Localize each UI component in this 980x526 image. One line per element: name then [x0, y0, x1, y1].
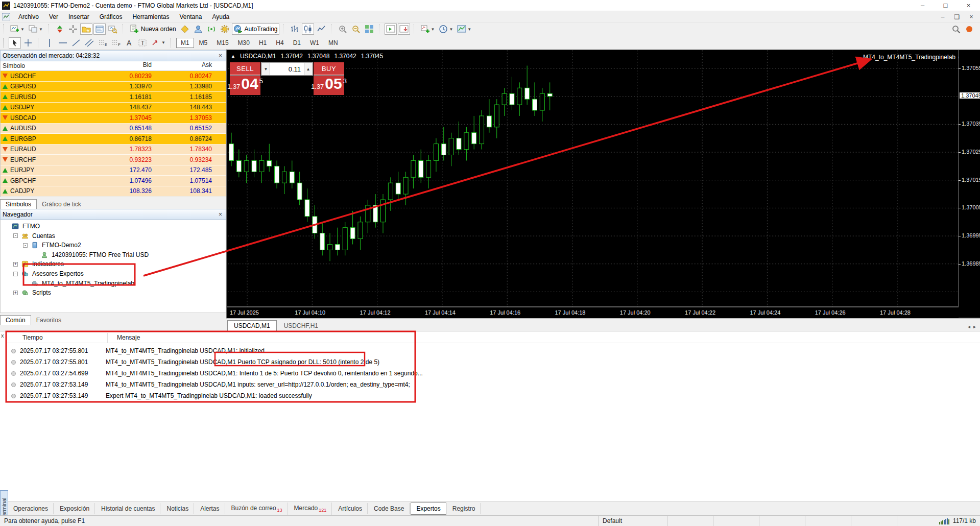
channel-tool-button[interactable]: [83, 37, 95, 49]
maximize-button[interactable]: □: [934, 0, 957, 11]
tree-item-ftmo[interactable]: FTMO: [4, 222, 40, 231]
market-watch-toggle-button[interactable]: [54, 23, 66, 35]
chart-tab-usdchf[interactable]: USDCHF,H1: [278, 321, 324, 331]
tab-comun[interactable]: Común: [0, 315, 31, 325]
candlestick-chart-button[interactable]: [302, 23, 314, 35]
market-watch-row-euraud[interactable]: EURAUD1.783231.78340: [1, 145, 226, 155]
timeframe-mn-button[interactable]: MN: [324, 38, 342, 48]
volume-increase-button[interactable]: ▲: [304, 63, 313, 75]
vertical-line-tool-button[interactable]: [43, 37, 56, 49]
market-watch-row-eurusd[interactable]: EURUSD1.161811.16185: [1, 92, 226, 103]
cursor-tool-button[interactable]: [9, 37, 21, 49]
auto-scroll-button[interactable]: [398, 23, 410, 35]
terminal-tab-expertos[interactable]: Expertos: [411, 503, 446, 515]
fibonacci-tool-button[interactable]: F: [110, 37, 122, 49]
periods-button[interactable]: ▼: [437, 23, 455, 35]
label-tool-button[interactable]: T: [136, 37, 149, 49]
mdi-close-button[interactable]: ×: [965, 11, 977, 22]
market-watch-row-gbpchf[interactable]: GBPCHF1.074961.07514: [1, 176, 226, 186]
terminal-tab-registro[interactable]: Registro: [447, 503, 481, 514]
zoom-out-button[interactable]: [350, 23, 362, 35]
tree-item-scripts[interactable]: +Scripts: [13, 288, 51, 297]
trendline-tool-button[interactable]: [70, 37, 82, 49]
terminal-tab-noticias[interactable]: Noticias: [161, 503, 194, 514]
tree-item-1420391055-ftmo-free-trial-usd[interactable]: 1420391055: FTMO Free Trial USD: [33, 250, 149, 259]
timeframe-d1-button[interactable]: D1: [289, 38, 305, 48]
mql5-button[interactable]: [179, 23, 191, 35]
market-watch-close-icon[interactable]: ×: [217, 52, 224, 59]
signals-button[interactable]: [205, 23, 218, 35]
indicators-list-button[interactable]: ▼: [419, 23, 437, 35]
close-button[interactable]: ×: [957, 0, 980, 11]
zoom-in-button[interactable]: [337, 23, 349, 35]
menu-insertar[interactable]: Insertar: [63, 12, 94, 21]
data-window-button[interactable]: [67, 23, 79, 35]
menu-ayuda[interactable]: Ayuda: [207, 12, 234, 21]
navigator-toggle-button[interactable]: [80, 23, 92, 35]
timeframe-m30-button[interactable]: M30: [234, 38, 254, 48]
tree-item-indicadores[interactable]: +fIndicadores: [13, 259, 64, 269]
market-watch-row-eurchf[interactable]: EURCHF0.932230.93234: [1, 155, 226, 165]
column-bid[interactable]: Bid: [93, 61, 155, 70]
market-watch-row-usdjpy[interactable]: USDJPY148.437148.443: [1, 103, 226, 113]
new-chart-button[interactable]: ▼: [9, 23, 26, 35]
timeframe-m15-button[interactable]: M15: [212, 38, 232, 48]
terminal-tab-historial-de-cuentas[interactable]: Historial de cuentas: [96, 503, 160, 514]
timeframe-h4-button[interactable]: H4: [272, 38, 288, 48]
terminal-close-icon[interactable]: x: [1, 332, 4, 339]
minimize-button[interactable]: –: [911, 0, 934, 11]
status-profile[interactable]: Default: [599, 516, 667, 526]
tree-item-asesores-expertos[interactable]: -Asesores Expertos: [13, 269, 84, 278]
buy-price-button[interactable]: 1.37053: [314, 76, 344, 95]
log-row[interactable]: 2025.07.17 03:27:53.149Expert MT4_to_MT4…: [7, 390, 980, 401]
terminal-tab-articulos[interactable]: Artículos: [333, 503, 368, 514]
timeframe-h1-button[interactable]: H1: [255, 38, 271, 48]
crosshair-tool-button[interactable]: [22, 37, 34, 49]
virtual-hosting-button[interactable]: [219, 23, 231, 35]
expand-icon[interactable]: +: [13, 291, 18, 295]
line-chart-button[interactable]: [315, 23, 327, 35]
menu-ventana[interactable]: Ventana: [174, 12, 207, 21]
tab-grafico-de-tick[interactable]: Gráfico de tick: [37, 200, 86, 209]
collapse-arrow-icon[interactable]: ▲: [231, 54, 235, 59]
terminal-toggle-button[interactable]: [93, 23, 106, 35]
horizontal-line-tool-button[interactable]: [57, 37, 69, 49]
timeframe-w1-button[interactable]: W1: [306, 38, 323, 48]
terminal-tab-alertas[interactable]: Alertas: [195, 503, 225, 514]
templates-button[interactable]: ▼: [456, 23, 473, 35]
tree-item-mt4-to-mt4mt5-tradingpinelab[interactable]: MT4_to_MT4MT5_Tradingpinelab: [23, 279, 134, 288]
terminal-tab-exposicion[interactable]: Exposición: [55, 503, 95, 514]
equidistant-channel-tool-button[interactable]: E: [97, 37, 109, 49]
log-row[interactable]: 2025.07.17 03:27:55.801MT4_to_MT4MT5_Tra…: [7, 356, 980, 368]
menu-archivo[interactable]: Archivo: [13, 12, 44, 21]
tile-windows-button[interactable]: [363, 23, 375, 35]
column-ask[interactable]: Ask: [155, 61, 214, 70]
chart-shift-button[interactable]: [385, 23, 397, 35]
market-watch-row-cadjpy[interactable]: CADJPY108.326108.341: [1, 186, 226, 197]
collapse-icon[interactable]: -: [23, 243, 28, 248]
market-watch-row-usdchf[interactable]: USDCHF0.802390.80247: [1, 71, 226, 82]
log-row[interactable]: 2025.07.17 03:27:53.149MT4_to_MT4MT5_Tra…: [7, 379, 980, 390]
community-button[interactable]: [192, 23, 204, 35]
market-watch-row-gbpusd[interactable]: GBPUSD1.339701.33980: [1, 82, 226, 92]
menu-graficos[interactable]: Gráficos: [94, 12, 128, 21]
terminal-tab-buzon-de-correo[interactable]: Buzón de correo13: [226, 503, 288, 515]
terminal-tab-operaciones[interactable]: Operaciones: [8, 503, 54, 514]
menu-ver[interactable]: Ver: [44, 12, 63, 21]
volume-input[interactable]: 0.11: [270, 63, 304, 75]
tab-favoritos[interactable]: Favoritos: [31, 316, 66, 325]
log-row[interactable]: 2025.07.17 03:27:55.801MT4_to_MT4MT5_Tra…: [7, 345, 980, 356]
terminal-tab-mercado[interactable]: Mercado121: [289, 503, 332, 515]
new-order-button[interactable]: Nueva orden: [128, 23, 178, 35]
sell-price-button[interactable]: 1.37045: [230, 76, 260, 95]
column-tiempo[interactable]: Tiempo: [22, 334, 43, 341]
volume-decrease-button[interactable]: ▼: [261, 63, 270, 75]
mdi-minimize-button[interactable]: –: [937, 11, 949, 22]
menu-herramientas[interactable]: Herramientas: [127, 12, 174, 21]
bar-chart-button[interactable]: [289, 23, 301, 35]
collapse-icon[interactable]: -: [13, 272, 18, 276]
buy-button[interactable]: BUY: [314, 62, 344, 76]
column-symbol[interactable]: Símbolo: [1, 61, 93, 70]
navigator-close-icon[interactable]: ×: [217, 211, 224, 218]
chart-tab-usdcad[interactable]: USDCAD,M1: [227, 320, 277, 331]
